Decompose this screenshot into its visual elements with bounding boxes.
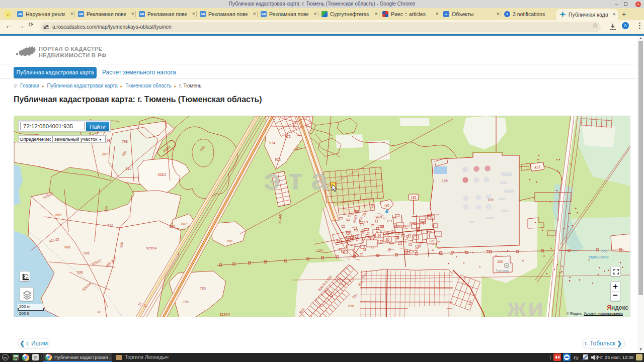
svg-text:974: 974 xyxy=(269,141,275,145)
svg-text:Миягинское: Миягинское xyxy=(589,255,608,259)
svg-text:128: 128 xyxy=(429,239,435,243)
svg-text:109: 109 xyxy=(442,179,448,183)
svg-text:807: 807 xyxy=(102,152,108,156)
svg-text:936: 936 xyxy=(77,270,83,274)
svg-text:925/14: 925/14 xyxy=(146,246,157,250)
svg-text:734: 734 xyxy=(336,240,342,243)
svg-text:973: 973 xyxy=(275,158,281,161)
svg-text:120: 120 xyxy=(497,260,503,263)
svg-text:796: 796 xyxy=(183,300,189,304)
svg-text:790: 790 xyxy=(226,239,232,243)
svg-text:809: 809 xyxy=(55,213,61,217)
svg-text:эта: эта xyxy=(264,162,336,196)
svg-text:808: 808 xyxy=(64,245,70,249)
svg-text:800: 800 xyxy=(107,223,113,227)
svg-text:733: 733 xyxy=(317,248,323,252)
svg-text:3524/4: 3524/4 xyxy=(220,313,230,316)
svg-text:Торгили-9: Торгили-9 xyxy=(393,224,410,228)
svg-text:933/2: 933/2 xyxy=(157,173,166,176)
svg-text:бол.: бол. xyxy=(601,249,608,253)
svg-text:802: 802 xyxy=(181,222,187,226)
svg-text:972: 972 xyxy=(285,135,291,138)
svg-text:795: 795 xyxy=(200,287,206,290)
svg-text:109: 109 xyxy=(488,198,494,202)
svg-text:135: 135 xyxy=(353,235,359,238)
svg-text:811: 811 xyxy=(126,167,131,170)
svg-text:936: 936 xyxy=(84,251,90,255)
svg-text:830: 830 xyxy=(348,304,354,308)
svg-text:185: 185 xyxy=(411,196,417,199)
svg-text:64: 64 xyxy=(377,234,381,237)
svg-text:32: 32 xyxy=(97,310,101,314)
svg-text:30: 30 xyxy=(385,238,389,241)
svg-text:Торгили: Торгили xyxy=(496,269,509,273)
svg-text:801: 801 xyxy=(170,225,176,228)
svg-text:жи: жи xyxy=(507,293,545,317)
svg-text:798: 798 xyxy=(122,140,128,143)
